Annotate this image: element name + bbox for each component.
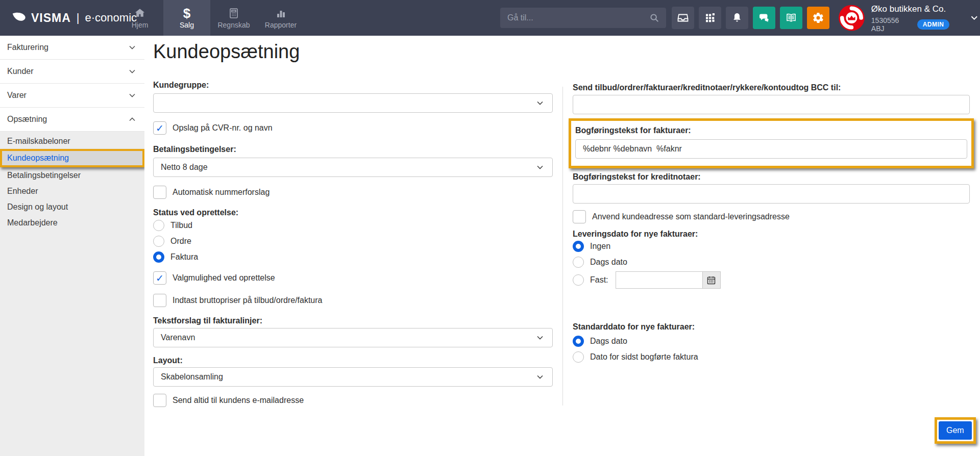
sidebar-item-label: Kunder [7, 67, 34, 76]
radio-unselected[interactable] [573, 274, 584, 286]
checkbox-unchecked[interactable] [153, 294, 166, 307]
sidebar-item-medarbejdere[interactable]: Medarbejdere [0, 215, 144, 231]
radio-label: Ingen [590, 242, 610, 251]
sidebar-item-opsaetning[interactable]: Opsætning [0, 108, 144, 132]
account-menu[interactable]: Øko butikken & Co. 1530556 ABJ ADMIN [838, 4, 980, 32]
radio-row-ordre[interactable]: Ordre [153, 236, 553, 247]
checkbox-label: Anvend kundeadresse som standard-leverin… [592, 212, 790, 221]
send-altid-checkbox-row[interactable]: Send altid til kundens e-mailadresse [153, 394, 553, 407]
sidebar-item-fakturering[interactable]: Fakturering [0, 36, 144, 60]
kundegruppe-select[interactable] [153, 93, 553, 113]
radio-selected[interactable] [153, 251, 164, 263]
chevron-up-icon [127, 114, 137, 124]
save-highlight-ring: Gem [935, 417, 976, 444]
tekstforslag-select[interactable]: Varenavn [153, 328, 553, 347]
radio-label: Ordre [170, 237, 191, 246]
betalingsbetingelser-select[interactable]: Netto 8 dage [153, 158, 553, 177]
radio-selected[interactable] [573, 241, 584, 252]
radio-unselected[interactable] [573, 351, 584, 363]
radio-row-dato-sidst-bogfoerte[interactable]: Dato for sidst bogførte faktura [573, 351, 970, 363]
sidebar-item-betalingsbetingelser[interactable]: Betalingsbetingelser [0, 167, 144, 183]
radio-row-fast[interactable]: Fast: [573, 271, 970, 289]
select-value: Skabelonsamling [161, 372, 223, 382]
economic-logo-icon [838, 4, 865, 32]
layout-select[interactable]: Skabelonsamling [153, 367, 553, 387]
radio-row-ingen[interactable]: Ingen [573, 241, 970, 252]
nav-tab-regnskab[interactable]: Regnskab [210, 0, 257, 36]
sidebar-item-emailskabeloner[interactable]: E-mailskabeloner [0, 133, 144, 149]
radio-row-standarddato-dags-dato[interactable]: Dags dato [573, 336, 970, 347]
bell-icon [731, 12, 743, 24]
account-text: Øko butikken & Co. 1530556 ABJ ADMIN [871, 4, 950, 33]
nav-tab-salg[interactable]: $ Salg [163, 0, 210, 36]
sidebar-subitem-label: Betalingsbetingelser [7, 171, 81, 180]
gear-icon [812, 12, 824, 24]
chevron-down-icon [535, 372, 545, 382]
inbox-icon [677, 12, 689, 24]
bogfoeringstekst-kreditnotaer-input[interactable] [573, 184, 970, 204]
radio-row-tilbud[interactable]: Tilbud [153, 220, 553, 231]
automatisk-nummerforslag-checkbox-row[interactable]: Automatisk nummerforslag [153, 186, 553, 199]
sidebar-item-kundeopsaetning[interactable]: Kundeopsætning [0, 149, 144, 167]
radio-label: Tilbud [170, 221, 192, 230]
brand-separator: | [77, 11, 80, 24]
anvend-kundeadresse-checkbox-row[interactable]: Anvend kundeadresse som standard-leverin… [573, 210, 970, 223]
settings-button[interactable] [807, 7, 829, 29]
notifications-button[interactable] [726, 7, 748, 29]
checkbox-checked[interactable] [153, 121, 166, 135]
sidebar-item-enheder[interactable]: Enheder [0, 183, 144, 199]
visma-mark-icon [11, 10, 27, 26]
checkbox-checked[interactable] [153, 271, 166, 285]
radio-unselected[interactable] [153, 236, 164, 247]
bruttopriser-checkbox-row[interactable]: Indtast bruttopriser på tilbud/ordre/fak… [153, 294, 553, 307]
sidebar-subitem-label: Kundeopsætning [7, 154, 69, 163]
sidebar-item-varer[interactable]: Varer [0, 84, 144, 108]
nav-tab-rapporter[interactable]: Rapporter [257, 0, 304, 36]
search-input[interactable] [500, 13, 649, 22]
bcc-input[interactable] [573, 95, 970, 114]
checkbox-label: Automatisk nummerforslag [173, 188, 270, 197]
sidebar-item-label: Fakturering [7, 43, 48, 52]
chat-bubbles-icon [758, 12, 770, 24]
sidebar-item-design-og-layout[interactable]: Design og layout [0, 199, 144, 215]
chat-button[interactable] [753, 7, 775, 29]
inbox-button[interactable] [672, 7, 694, 29]
checkbox-unchecked[interactable] [573, 210, 586, 223]
help-book-button[interactable] [780, 7, 802, 29]
bcc-label: Send tilbud/ordrer/fakturaer/kreditnotae… [573, 83, 970, 92]
nav-tab-label: Salg [180, 21, 194, 29]
radio-row-faktura[interactable]: Faktura [153, 251, 553, 263]
checkbox-unchecked[interactable] [153, 394, 166, 407]
radio-label: Fast: [590, 275, 608, 285]
radio-row-dags-dato[interactable]: Dags dato [573, 257, 970, 268]
status-ved-oprettelse-label: Status ved oprettelse: [153, 208, 553, 217]
calendar-button[interactable] [702, 271, 721, 289]
navbar-icon-buttons [672, 7, 829, 29]
sidebar-item-kunder[interactable]: Kunder [0, 60, 144, 84]
main-content: Kundeopsætning Kundegruppe: Opslag på CV… [144, 36, 980, 456]
apps-button[interactable] [699, 7, 721, 29]
chevron-down-icon [127, 42, 137, 53]
checkbox-unchecked[interactable] [153, 186, 166, 199]
chevron-down-icon[interactable] [969, 12, 980, 23]
cvr-opslag-checkbox-row[interactable]: Opslag på CVR-nr. og navn [153, 121, 553, 135]
radio-label: Dato for sidst bogførte faktura [590, 352, 698, 362]
save-button[interactable]: Gem [939, 421, 972, 440]
account-number: 1530556 ABJ [871, 16, 912, 33]
calculator-icon [228, 7, 240, 19]
fast-date-input[interactable] [616, 271, 702, 289]
radio-selected[interactable] [573, 336, 584, 347]
chevron-down-icon [535, 333, 545, 343]
company-name: Øko butikken & Co. [871, 4, 950, 15]
bogfoeringstekst-fakturaer-input[interactable] [575, 139, 967, 159]
select-value: Varenavn [161, 333, 195, 342]
valgmulighed-checkbox-row[interactable]: Valgmulighed ved oprettelse [153, 271, 553, 285]
radio-unselected[interactable] [153, 220, 164, 231]
select-value: Netto 8 dage [161, 163, 208, 172]
search-icon[interactable] [649, 12, 660, 23]
kundegruppe-label: Kundegruppe: [153, 81, 553, 90]
radio-unselected[interactable] [573, 257, 584, 268]
home-icon [134, 7, 146, 19]
admin-badge: ADMIN [917, 19, 950, 30]
nav-tab-hjem[interactable]: Hjem [116, 0, 163, 36]
